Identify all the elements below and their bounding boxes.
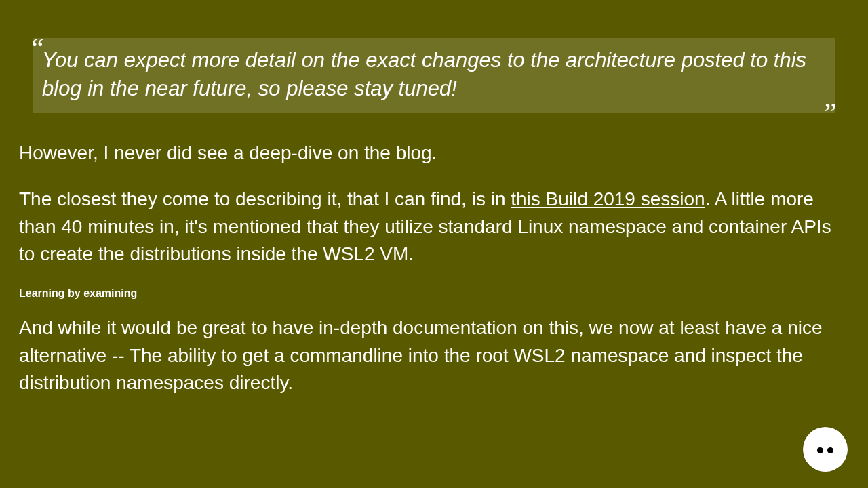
build-2019-link[interactable]: this Build 2019 session (511, 188, 705, 209)
blockquote: “ You can expect more detail on the exac… (33, 38, 835, 113)
avatar[interactable] (803, 427, 848, 472)
blockquote-box: You can expect more detail on the exact … (33, 38, 835, 113)
paragraph-2-pre: The closest they come to describing it, … (19, 188, 511, 209)
article-content: “ You can expect more detail on the exac… (0, 0, 868, 397)
avatar-face-icon (817, 447, 833, 454)
quote-open-icon: “ (31, 34, 44, 62)
quote-close-icon: ” (824, 99, 837, 127)
subheading: Learning by examining (19, 287, 849, 300)
paragraph-3: And while it would be great to have in-d… (19, 314, 849, 397)
blockquote-text: You can expect more detail on the exact … (42, 46, 826, 103)
paragraph-2: The closest they come to describing it, … (19, 186, 849, 268)
paragraph-1: However, I never did see a deep-dive on … (19, 140, 849, 167)
